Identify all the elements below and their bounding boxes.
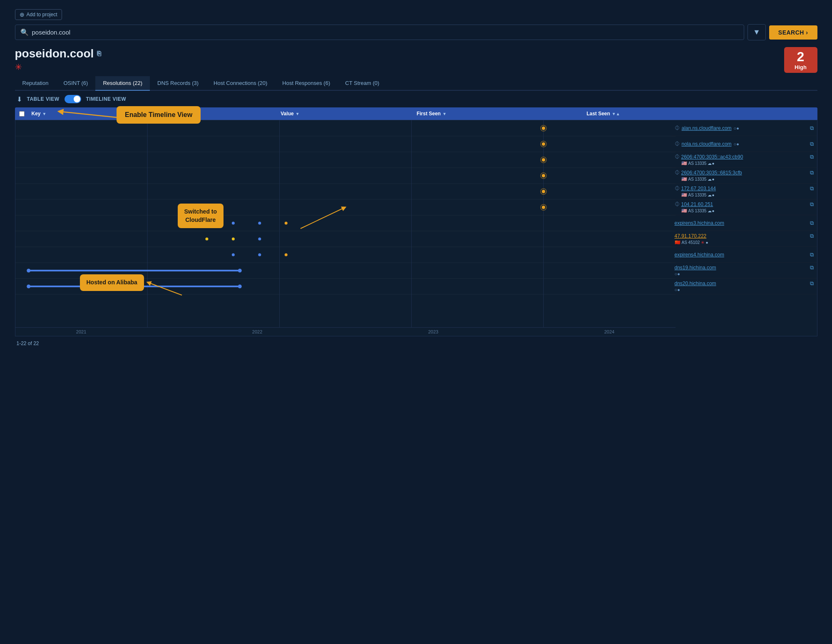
copy-btn-6[interactable]: ⧉ [810, 201, 814, 208]
svg-point-23 [541, 190, 545, 193]
as-4: AS 13335 [688, 177, 707, 182]
domain-link-9[interactable]: expirens4.hichina.com [675, 252, 724, 258]
checkbox-header[interactable] [19, 111, 32, 117]
search-bar: 🔍 ▼ SEARCH › [15, 24, 817, 40]
sort-icon-key: ▼ [42, 112, 47, 116]
search-icon: 🔍 [20, 28, 29, 36]
callout-alibaba: Hosted on Alibaba [80, 274, 144, 291]
domain-link-2[interactable]: nola.ns.cloudflare.com [682, 141, 732, 147]
domain-link-5[interactable]: 172.67.203.144 [681, 186, 716, 191]
th-type[interactable]: Type ▼ [167, 111, 281, 117]
svg-point-28 [258, 222, 261, 225]
year-2021: 2021 [15, 329, 147, 334]
svg-point-26 [540, 204, 546, 210]
table-view-label: TABLE VIEW [27, 96, 60, 102]
timeline-svg [15, 120, 676, 336]
tab-osint[interactable]: OSINT (6) [56, 76, 95, 91]
conn-icon-6: ⏀ [675, 201, 680, 207]
add-to-project-button[interactable]: ⊕ Add to project [15, 9, 62, 20]
timeline-area: ⏀ alan.ns.cloudflare.com ○● ⧉ ⏀ nola.ns.… [15, 120, 817, 336]
copy-btn-11[interactable]: ⧉ [810, 280, 814, 287]
download-icon[interactable]: ⬇ [17, 95, 22, 103]
th-value[interactable]: Value ▼ [281, 111, 417, 117]
info-8: ● [705, 240, 708, 245]
callout-cloudflare: Switched toCloudFlare [178, 204, 224, 228]
copy-btn-4[interactable]: ⧉ [810, 169, 814, 176]
tl-row-2: ⏀ nola.ns.cloudflare.com ○● ⧉ [671, 136, 817, 152]
svg-point-27 [231, 222, 234, 225]
tab-reputation[interactable]: Reputation [15, 76, 56, 91]
flag-5: 🇺🇸 [681, 192, 687, 198]
svg-point-25 [541, 206, 545, 209]
th-last-seen[interactable]: Last Seen ▼▲ [586, 111, 813, 117]
search-input[interactable] [32, 29, 739, 36]
copy-btn-2[interactable]: ⧉ [810, 141, 814, 147]
tab-host-connections[interactable]: Host Connections (20) [206, 76, 275, 91]
as-3: AS 13335 [688, 161, 707, 166]
tab-host-responses[interactable]: Host Responses (6) [275, 76, 338, 91]
risk-badge: 2 High [784, 47, 817, 73]
domain-link-4[interactable]: 2606:4700:3035::6815:3cfb [681, 170, 742, 176]
view-toggle-switch[interactable] [65, 95, 81, 103]
copy-btn-9[interactable]: ⧉ [810, 251, 814, 258]
copy-btn-5[interactable]: ⧉ [810, 185, 814, 192]
svg-point-19 [541, 158, 545, 162]
svg-point-38 [238, 269, 241, 273]
domain-link-6[interactable]: 104.21.60.251 [681, 201, 713, 207]
risk-number: 2 [791, 50, 811, 64]
domain-link-7[interactable]: expirens3.hichina.com [675, 220, 724, 226]
domain-link-3[interactable]: 2606:4700:3035::ac43:cb90 [681, 154, 743, 160]
svg-point-35 [284, 254, 287, 256]
risk-label: High [795, 64, 807, 70]
cloud-3: ☁● [708, 161, 714, 166]
flag-6: 🇺🇸 [681, 208, 687, 214]
domain-link-11[interactable]: dns20.hichina.com [675, 281, 716, 286]
sort-icon-value: ▼ [296, 112, 300, 116]
tl-row-5: ⏀ 172.67.203.144 ⧉ 🇺🇸 AS 13335 ☁● [671, 184, 817, 199]
search-button[interactable]: SEARCH › [769, 25, 817, 40]
export-icon[interactable]: ⎘ [97, 50, 101, 57]
flag-8: 🇨🇳 [675, 240, 681, 245]
copy-btn-8[interactable]: ⧉ [810, 233, 814, 239]
tl-row-6: ⏀ 104.21.60.251 ⧉ 🇺🇸 AS 13335 ☁● [671, 199, 817, 215]
conn-icon-1: ⏀ [675, 125, 680, 131]
filter-button[interactable]: ▼ [748, 24, 766, 40]
as-5: AS 13335 [688, 193, 707, 197]
cloud-4: ☁● [708, 177, 714, 182]
svg-line-42 [301, 208, 344, 229]
tab-dns-records[interactable]: DNS Records (3) [150, 76, 206, 91]
conn-icon-2: ⏀ [675, 141, 680, 147]
domain-link-10[interactable]: dns19.hichina.com [675, 265, 716, 271]
icons-10: ○● [675, 271, 680, 276]
tl-row-1: ⏀ alan.ns.cloudflare.com ○● ⧉ [671, 120, 817, 136]
year-2023: 2023 [367, 329, 499, 334]
tl-row-11: dns20.hichina.com ⧉ ○● [671, 278, 817, 294]
copy-btn-10[interactable]: ⧉ [810, 264, 814, 271]
select-all-checkbox[interactable] [19, 111, 25, 117]
svg-point-41 [238, 285, 241, 288]
th-key[interactable]: Key ▼ [32, 111, 168, 117]
tl-row-9: expirens4.hichina.com ⧉ [671, 247, 817, 263]
icons-11: ○● [675, 287, 680, 292]
th-first-seen[interactable]: First Seen ▼ [417, 111, 586, 117]
copy-btn-3[interactable]: ⧉ [810, 154, 814, 160]
year-labels: 2021 2022 2023 2024 [15, 327, 676, 336]
tab-resolutions[interactable]: Resolutions (22) [95, 76, 150, 91]
tab-ct-stream[interactable]: CT Stream (0) [338, 76, 387, 91]
tl-row-8: 47.91.170.222 ⧉ 🇨🇳 AS 45102 ✳ ● [671, 231, 817, 247]
conn-icon-3: ⏀ [675, 154, 680, 160]
add-to-project-label: Add to project [27, 12, 57, 17]
icons-2: ○● [734, 142, 739, 147]
domain-link-1[interactable]: alan.ns.cloudflare.com [682, 125, 732, 131]
tl-row-3: ⏀ 2606:4700:3035::ac43:cb90 ⧉ 🇺🇸 AS 1333… [671, 152, 817, 168]
svg-point-30 [205, 238, 208, 241]
svg-point-37 [27, 269, 30, 273]
copy-btn-1[interactable]: ⧉ [810, 125, 814, 132]
conn-icon-4: ⏀ [675, 170, 680, 176]
copy-btn-7[interactable]: ⧉ [810, 220, 814, 226]
flame-8: ✳ [701, 240, 704, 245]
svg-point-33 [231, 254, 234, 256]
sort-icon-last-seen: ▼▲ [612, 112, 620, 116]
domain-link-8[interactable]: 47.91.170.222 [675, 233, 707, 239]
view-toggle-row: ⬇ TABLE VIEW TIMELINE VIEW [15, 91, 817, 107]
